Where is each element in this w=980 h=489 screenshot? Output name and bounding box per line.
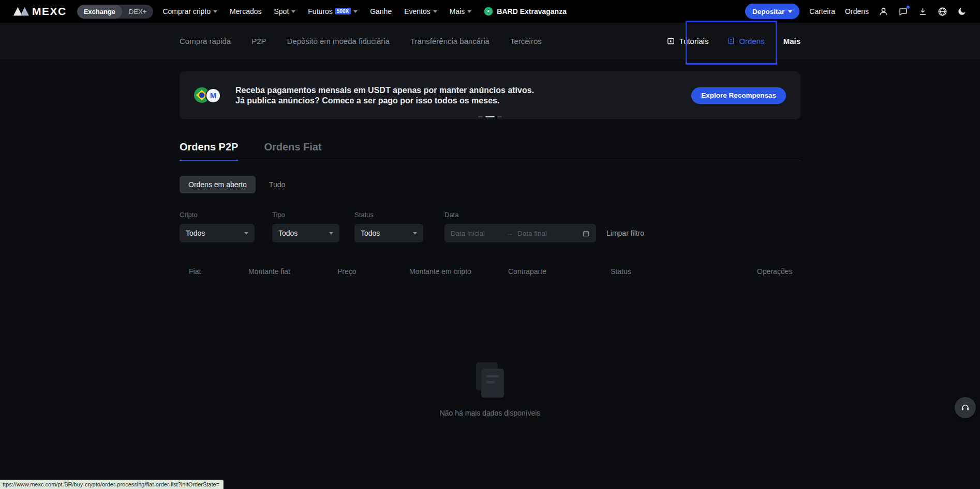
carousel-dot-active[interactable] [485, 116, 495, 117]
carousel-dot[interactable] [497, 116, 502, 117]
status-select[interactable]: Todos [354, 224, 423, 242]
promo-label: BARD Extravaganza [497, 7, 567, 16]
banner-text: Receba pagamentos mensais em USDT apenas… [235, 85, 534, 106]
main-nav: Comprar cripto Mercados Spot Futuros 500… [162, 7, 471, 16]
date-range-picker[interactable]: → [444, 224, 596, 242]
headset-icon [960, 403, 970, 412]
bard-event-icon [484, 7, 493, 16]
leverage-badge: 500X [335, 8, 351, 14]
nav-mais[interactable]: Mais [450, 7, 472, 16]
chevron-down-icon [433, 10, 437, 13]
chevron-down-icon [788, 10, 792, 13]
language-globe-icon[interactable] [938, 7, 947, 17]
more-subnav-link[interactable]: Mais [783, 37, 800, 45]
orders-doc-icon [727, 37, 735, 45]
chevron-down-icon [213, 10, 217, 13]
select-value: Todos [186, 229, 205, 237]
empty-documents-icon [474, 362, 506, 400]
end-date-input[interactable] [517, 230, 569, 237]
clear-filter-link[interactable]: Limpar filtro [606, 229, 644, 237]
toggle-dex[interactable]: DEX+ [122, 5, 153, 19]
tab-terceiros[interactable]: Terceiros [510, 37, 542, 45]
chat-notification-dot [907, 6, 910, 9]
nav-label: Comprar cripto [162, 7, 211, 16]
status-url: ttps://www.mexc.com/pt-BR/buy-crypto/ord… [3, 481, 219, 487]
mexc-logo[interactable]: MEXC [13, 5, 67, 18]
top-navbar: MEXC Exchange DEX+ Comprar cripto Mercad… [0, 0, 980, 23]
nav-eventos[interactable]: Eventos [404, 7, 437, 16]
col-montante-em-cripto: Montante em cripto [409, 267, 508, 276]
orders-subnav-link[interactable]: Ordens [727, 37, 764, 45]
tab-transferencia-bancaria[interactable]: Transferência bancária [410, 37, 489, 45]
exchange-dex-toggle: Exchange DEX+ [77, 5, 154, 19]
start-date-input[interactable] [451, 230, 502, 237]
banner-line-1: Receba pagamentos mensais em USDT apenas… [235, 85, 534, 96]
nav-label: Spot [274, 7, 289, 16]
pill-ordens-em-aberto[interactable]: Ordens em aberto [180, 176, 256, 193]
orders-table-header: Fiat Montante fiat Preço Montante em cri… [180, 267, 800, 276]
chevron-down-icon [467, 10, 471, 13]
filter-status: Status Todos [354, 211, 423, 242]
nav-comprar-cripto[interactable]: Comprar cripto [162, 7, 217, 16]
main-content: M Receba pagamentos mensais em USDT apen… [180, 71, 800, 417]
pill-tudo[interactable]: Tudo [269, 176, 285, 193]
tab-ordens-fiat[interactable]: Ordens Fiat [264, 141, 321, 161]
nav-label: Ganhe [370, 7, 392, 16]
select-value: Todos [278, 229, 298, 237]
chevron-down-icon [244, 232, 248, 235]
order-status-pills: Ordens em aberto Tudo [180, 176, 800, 193]
nav-label: Eventos [404, 7, 430, 16]
tab-compra-rapida[interactable]: Compra rápida [180, 37, 231, 45]
explore-rewards-button[interactable]: Explore Recompensas [691, 87, 786, 104]
orders-link[interactable]: Ordens [845, 7, 869, 16]
tipo-select[interactable]: Todos [272, 224, 339, 242]
col-status: Status [611, 267, 757, 276]
tutorials-icon [666, 37, 675, 45]
col-preco: Preço [337, 267, 409, 276]
wallet-link[interactable]: Carteira [809, 7, 835, 16]
bard-extravaganza-link[interactable]: BARD Extravaganza [484, 7, 567, 16]
filter-data: Data → [444, 211, 596, 242]
filter-label: Tipo [272, 211, 339, 219]
subnav-tabs: Compra rápida P2P Depósito em moeda fidu… [180, 37, 542, 45]
tutorials-link[interactable]: Tutoriais [666, 37, 708, 45]
nav-label: Mercados [230, 7, 261, 16]
filter-label: Data [444, 211, 596, 219]
col-fiat: Fiat [189, 267, 248, 276]
col-montante-fiat: Montante fiat [248, 267, 337, 276]
toggle-exchange[interactable]: Exchange [77, 5, 122, 19]
topbar-right: Depositar Carteira Ordens [745, 4, 967, 19]
logo-text: MEXC [32, 5, 67, 18]
filters-row: Cripto Todos Tipo Todos Status Todos Dat… [180, 211, 800, 242]
carousel-dot[interactable] [478, 116, 483, 117]
buy-crypto-subnav: Compra rápida P2P Depósito em moeda fidu… [0, 23, 980, 59]
banner-line-2: Já publica anúncios? Comece a ser pago p… [235, 96, 534, 106]
cripto-select[interactable]: Todos [180, 224, 255, 242]
nav-spot[interactable]: Spot [274, 7, 296, 16]
orders-page-tabs: Ordens P2P Ordens Fiat [180, 141, 800, 161]
rewards-banner: M Receba pagamentos mensais em USDT apen… [180, 71, 800, 119]
support-chat-button[interactable] [955, 397, 976, 418]
account-icon[interactable] [879, 7, 888, 17]
col-operacoes: Operações [757, 267, 800, 276]
nav-ganhe[interactable]: Ganhe [370, 7, 392, 16]
chat-icon[interactable] [898, 7, 908, 17]
empty-state-text: Não há mais dados disponíveis [440, 409, 541, 417]
mexc-m-badge-icon: M [205, 88, 221, 103]
dark-mode-moon-icon[interactable] [957, 7, 967, 16]
deposit-button[interactable]: Depositar [745, 4, 799, 19]
nav-label: Futuros [308, 7, 332, 16]
banner-icons: M [194, 87, 221, 104]
browser-status-bar: ttps://www.mexc.com/pt-BR/buy-crypto/ord… [0, 480, 224, 489]
filter-tipo: Tipo Todos [272, 211, 339, 242]
download-app-icon[interactable] [918, 7, 928, 17]
chevron-down-icon [413, 232, 417, 235]
tab-deposito-fiduciaria[interactable]: Depósito em moeda fiduciária [287, 37, 390, 45]
tab-ordens-p2p[interactable]: Ordens P2P [180, 141, 238, 161]
tab-p2p[interactable]: P2P [251, 37, 266, 45]
mexc-logo-icon [13, 6, 29, 17]
chevron-down-icon [353, 10, 358, 13]
nav-futuros[interactable]: Futuros 500X [308, 7, 358, 16]
calendar-icon [582, 230, 590, 237]
nav-mercados[interactable]: Mercados [230, 7, 261, 16]
